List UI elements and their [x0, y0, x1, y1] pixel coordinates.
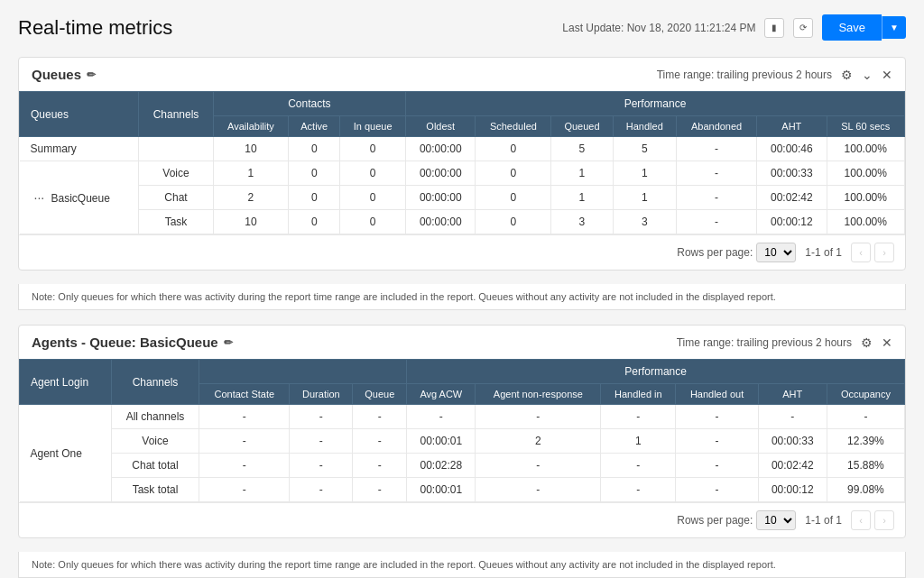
queues-pagination-label: 1-1 of 1: [805, 246, 842, 259]
th-agent-empty: [199, 360, 407, 384]
queue-options-button[interactable]: ···: [31, 190, 49, 205]
queues-rows-select[interactable]: 10 25 50: [756, 243, 796, 262]
page-header: Real-time metrics Last Update: Nov 18, 2…: [18, 14, 906, 41]
agents-pagination-label: 1-1 of 1: [805, 514, 842, 527]
last-update-label: Last Update: Nov 18, 2020 11:21:24 PM: [562, 22, 755, 34]
queues-next-btn[interactable]: ›: [874, 243, 894, 262]
th-agent-channels: Channels: [111, 360, 199, 405]
queues-prev-btn[interactable]: ‹: [851, 243, 871, 262]
agents-close-icon[interactable]: ✕: [882, 335, 892, 350]
th-queued: Queued: [551, 116, 613, 137]
th-oldest: Oldest: [406, 116, 476, 137]
agents-rows-per-page: Rows per page: 10 25 50: [677, 510, 796, 530]
channel-cell: Task: [139, 210, 213, 234]
agent-channel-cell: All channels: [111, 405, 199, 429]
table-row: Chat total - - - 00:02:28 - - - 00:02:42…: [20, 454, 905, 478]
th-availability: Availability: [213, 116, 289, 137]
agents-time-range: Time range: trailing previous 2 hours: [677, 336, 852, 349]
th-handled: Handled: [613, 116, 676, 137]
th-agent-login: Agent Login: [20, 360, 112, 405]
queues-note: Note: Only queues for which there was ac…: [18, 284, 906, 310]
th-agent-performance: Performance: [407, 360, 905, 384]
th-contacts: Contacts: [213, 92, 405, 116]
th-active: Active: [289, 116, 340, 137]
th-in-queue: In queue: [340, 116, 406, 137]
queues-rows-label: Rows per page:: [677, 246, 753, 259]
queue-name: ··· BasicQueue: [20, 161, 139, 234]
th-avg-acw: Avg ACW: [407, 384, 476, 405]
agents-table: Agent Login Channels Performance Contact…: [19, 359, 905, 502]
queues-close-icon[interactable]: ✕: [882, 68, 892, 82]
th-handled-out: Handled out: [676, 384, 758, 405]
save-dropdown-button[interactable]: ▼: [882, 16, 906, 39]
agents-section-header-right: Time range: trailing previous 2 hours ⚙ …: [677, 335, 892, 350]
agents-section-header: Agents - Queue: BasicQueue ✏ Time range:…: [19, 326, 905, 359]
channel-cell: Voice: [139, 161, 213, 186]
agents-rows-label: Rows per page:: [677, 514, 753, 527]
table-row: Chat 2 0 0 00:00:00 0 1 1 - 00:02:42 100…: [20, 186, 905, 210]
th-sl60: SL 60 secs: [827, 116, 904, 137]
agent-channel-cell: Task total: [111, 478, 199, 502]
th-contact-state: Contact State: [199, 384, 290, 405]
refresh-icon[interactable]: ⟳: [793, 18, 813, 38]
th-queue: Queue: [353, 384, 407, 405]
agents-note: Note: Only queues for which there was ac…: [18, 552, 906, 578]
page-title: Real-time metrics: [18, 16, 172, 40]
th-agent-aht: AHT: [758, 384, 827, 405]
queues-edit-icon[interactable]: ✏: [87, 69, 96, 81]
th-performance: Performance: [406, 92, 905, 116]
queues-table: Queues Channels Contacts Performance Ava…: [19, 91, 905, 234]
th-channels: Channels: [139, 92, 213, 137]
queues-pagination-btns: ‹ ›: [851, 243, 894, 262]
agents-group-header-row: Agent Login Channels Performance: [20, 360, 905, 384]
queues-table-footer: Rows per page: 10 25 50 1-1 of 1 ‹ ›: [19, 234, 905, 270]
table-row: Agent One All channels - - - - - - - - -: [20, 405, 905, 429]
th-queues: Queues: [20, 92, 139, 137]
agents-rows-select[interactable]: 10 25 50: [756, 510, 796, 530]
table-row: Task 10 0 0 00:00:00 0 3 3 - 00:00:12 10…: [20, 210, 905, 234]
th-agent-non-response: Agent non-response: [476, 384, 601, 405]
th-aht: AHT: [757, 116, 827, 137]
table-row: Summary 10 0 0 00:00:00 0 5 5 - 00:00:46…: [20, 137, 905, 161]
agents-table-footer: Rows per page: 10 25 50 1-1 of 1 ‹ ›: [19, 502, 905, 537]
th-handled-in: Handled in: [601, 384, 676, 405]
stop-icon[interactable]: ▮: [764, 18, 784, 38]
queues-group-header-row: Queues Channels Contacts Performance: [20, 92, 905, 116]
agents-gear-icon[interactable]: ⚙: [861, 335, 873, 350]
queues-section-header: Queues ✏ Time range: trailing previous 2…: [19, 58, 905, 91]
header-right: Last Update: Nov 18, 2020 11:21:24 PM ▮ …: [562, 14, 906, 41]
queues-time-range: Time range: trailing previous 2 hours: [657, 69, 832, 81]
th-scheduled: Scheduled: [476, 116, 551, 137]
table-row: Task total - - - 00:00:01 - - - 00:00:12…: [20, 478, 905, 502]
agent-channel-cell: Voice: [111, 429, 199, 454]
th-abandoned: Abandoned: [677, 116, 757, 137]
agents-section: Agents - Queue: BasicQueue ✏ Time range:…: [18, 325, 906, 538]
agents-edit-icon[interactable]: ✏: [224, 336, 233, 349]
table-row: ··· BasicQueue Voice 1 0 0 00:00:00 0 1 …: [20, 161, 905, 186]
queues-chevron-up-icon[interactable]: ⌄: [862, 68, 873, 82]
channel-cell: [139, 137, 213, 161]
save-button[interactable]: Save: [822, 14, 882, 41]
th-duration: Duration: [290, 384, 353, 405]
agents-section-title: Agents - Queue: BasicQueue ✏: [32, 335, 233, 350]
agent-name: Agent One: [20, 405, 112, 502]
queues-section: Queues ✏ Time range: trailing previous 2…: [18, 57, 906, 271]
agents-prev-btn[interactable]: ‹: [851, 510, 871, 530]
queues-rows-per-page: Rows per page: 10 25 50: [677, 243, 796, 262]
th-occupancy: Occupancy: [827, 384, 904, 405]
queues-section-title: Queues ✏: [32, 67, 96, 82]
queue-name: Summary: [20, 137, 139, 161]
channel-cell: Chat: [139, 186, 213, 210]
queues-section-header-right: Time range: trailing previous 2 hours ⚙ …: [657, 68, 892, 82]
save-btn-group: Save ▼: [822, 14, 906, 41]
agent-channel-cell: Chat total: [111, 454, 199, 478]
table-row: Voice - - - 00:00:01 2 1 - 00:00:33 12.3…: [20, 429, 905, 454]
agents-pagination-btns: ‹ ›: [851, 510, 894, 530]
agents-next-btn[interactable]: ›: [874, 510, 894, 530]
queues-gear-icon[interactable]: ⚙: [841, 68, 853, 82]
